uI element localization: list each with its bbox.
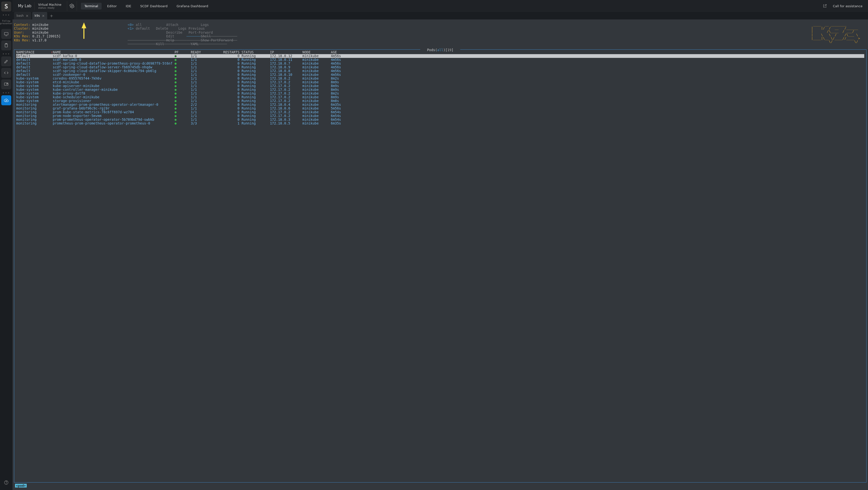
terminal-tab-k9s[interactable]: k9s× [32, 12, 48, 20]
table-row[interactable]: kube-system kube-proxy-dxtf8 ● 1/1 0 Run… [16, 92, 864, 95]
table-row[interactable]: default scdf-spring-cloud-dataflow-prome… [16, 62, 864, 65]
svg-rect-0 [4, 32, 8, 35]
view-button-scdf-dashboard[interactable]: SCDF Dashboard [136, 3, 171, 9]
gear-icon [69, 3, 74, 8]
terminal-tab-bash[interactable]: bash× [14, 12, 31, 20]
monitor-icon [4, 31, 9, 36]
rail-cloud-button[interactable] [1, 95, 11, 105]
vm-status: status: ready [38, 6, 61, 9]
rail-dots3-icon: ••• [2, 91, 10, 94]
view-button-grafana-dashboard[interactable]: Grafana Dashboard [173, 3, 212, 9]
open-external-button[interactable] [820, 1, 830, 11]
annotation-arrow-icon: ▲ [82, 22, 86, 27]
breadcrumb: <pod> [15, 484, 27, 488]
table-row[interactable]: monitoring alertmanager-prom-prometheus-… [16, 103, 864, 106]
table-row[interactable]: kube-system kube-controller-manager-mini… [16, 88, 864, 92]
view-button-terminal[interactable]: Terminal [81, 3, 102, 9]
tab-label: k9s [35, 14, 40, 18]
main-pane: My Lab Virtual Machine status: ready Ter… [12, 0, 868, 490]
pods-table-box: NAMESPACE ↑NAME PF READY RESTARTS STATUS… [14, 50, 867, 483]
table-row[interactable]: default scdf-zookeeper-0 ● 1/1 0 Running… [16, 73, 864, 76]
table-row[interactable]: kube-system coredns-6955765f44-7kh6v ● 1… [16, 76, 864, 80]
clipboard-icon [4, 43, 9, 48]
terminal-pane[interactable]: ▲ Context: minikube Cluster: minikube Us… [12, 20, 868, 490]
table-row[interactable]: monitoring prom-kube-state-metrics-78c6f… [16, 110, 864, 114]
table-row[interactable]: default scdf-kafka-0 ● 1/1 0 Running 172… [16, 54, 864, 58]
code-icon [4, 70, 9, 75]
follow-presenter-button[interactable]: Follow presenter [1, 18, 11, 27]
vm-title: Virtual Machine [38, 3, 61, 6]
terminal-tab-strip: bash×k9s×+ [12, 12, 868, 20]
rail-dots-icon: ••• [2, 13, 10, 16]
table-row[interactable]: default scdf-spring-cloud-dataflow-skipp… [16, 69, 864, 73]
pencil-icon [4, 59, 9, 64]
settings-button[interactable] [67, 1, 77, 11]
table-row[interactable]: monitoring graf-grafana-b6bf96c9c-rgj9r … [16, 106, 864, 110]
call-assistance-button[interactable]: Call for assistance [830, 3, 866, 9]
rail-monitor-button[interactable] [1, 29, 11, 39]
pods-table[interactable]: NAMESPACE ↑NAME PF READY RESTARTS STATUS… [14, 50, 866, 125]
rail-help-button[interactable] [1, 478, 11, 488]
table-row[interactable]: kube-system kube-scheduler-minikube ● 1/… [16, 95, 864, 99]
rail-share-button[interactable] [1, 79, 11, 89]
table-row[interactable]: default scdf-mariadb-0 ● 1/1 0 Running 1… [16, 58, 864, 62]
tab-label: bash [17, 14, 24, 18]
k9s-ascii-logo: ____ __ ________ | |/ / __ /______ | /\_… [811, 23, 862, 43]
view-button-editor[interactable]: Editor [104, 3, 120, 9]
app-logo[interactable]: S [1, 1, 11, 11]
table-row[interactable]: kube-system etcd-minikube ● 1/1 0 Runnin… [16, 80, 864, 84]
svg-point-7 [71, 5, 72, 7]
annotation-arrow-stem [84, 27, 84, 39]
table-row[interactable]: monitoring prom-prometheus-operator-oper… [16, 118, 864, 122]
rail-clipboard-button[interactable] [1, 40, 11, 51]
shortcuts-block: <0> all Attach Logs <1> default Delete L… [128, 23, 237, 46]
rail-code-button[interactable] [1, 68, 11, 78]
close-icon[interactable]: × [42, 14, 45, 18]
vm-status-block[interactable]: Virtual Machine status: ready [34, 2, 65, 10]
rail-edit-button[interactable] [1, 56, 11, 66]
table-row[interactable]: kube-system storage-provisioner ● 1/1 0 … [16, 99, 864, 103]
left-rail: S ••• Follow presenter ••• ••• [0, 0, 12, 490]
view-button-ide[interactable]: IDE [122, 3, 134, 9]
follow-line2: presenter [0, 23, 12, 25]
table-row[interactable]: monitoring prometheus-prom-prometheus-op… [16, 122, 864, 125]
table-row[interactable]: monitoring prom-node-exporter-5mvmm ● 1/… [16, 114, 864, 118]
close-icon[interactable]: × [26, 14, 29, 18]
lab-title[interactable]: My Lab [15, 4, 34, 8]
table-row[interactable]: kube-system kube-apiserver-minikube ● 1/… [16, 84, 864, 88]
help-icon [4, 480, 9, 485]
add-tab-button[interactable]: + [48, 12, 55, 20]
arrow-up-right-icon [4, 82, 9, 87]
table-row[interactable]: default scdf-spring-cloud-dataflow-serve… [16, 65, 864, 69]
view-buttons: TerminalEditorIDESCDF DashboardGrafana D… [81, 3, 212, 9]
external-link-icon [823, 4, 827, 8]
cloud-upload-icon [4, 98, 9, 103]
rail-dots2-icon: ••• [2, 52, 10, 55]
top-bar: My Lab Virtual Machine status: ready Ter… [12, 0, 868, 12]
